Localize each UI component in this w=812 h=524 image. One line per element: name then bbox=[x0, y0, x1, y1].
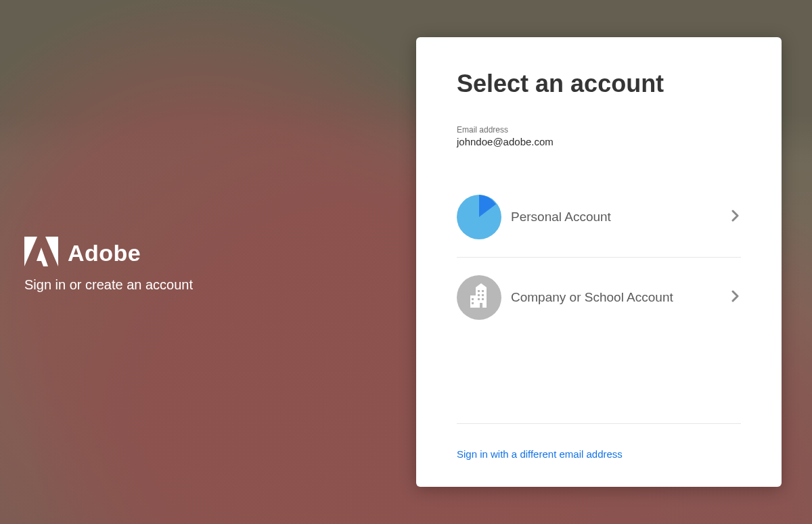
brand-name: Adobe bbox=[68, 240, 141, 266]
svg-rect-9 bbox=[478, 290, 480, 292]
svg-rect-17 bbox=[480, 303, 482, 308]
company-account-label: Company or School Account bbox=[511, 290, 729, 305]
email-label: Email address bbox=[457, 125, 741, 135]
account-select-card: Select an account Email address johndoe@… bbox=[416, 37, 782, 487]
svg-rect-10 bbox=[482, 290, 484, 292]
svg-marker-0 bbox=[24, 237, 37, 266]
svg-rect-13 bbox=[478, 298, 480, 300]
person-icon bbox=[457, 195, 501, 239]
chevron-right-icon bbox=[729, 210, 741, 224]
brand-subtitle: Sign in or create an account bbox=[24, 277, 193, 293]
company-account-option[interactable]: Company or School Account bbox=[457, 258, 741, 337]
svg-marker-1 bbox=[45, 237, 58, 266]
brand-block: Adobe Sign in or create an account bbox=[24, 237, 193, 293]
building-icon bbox=[457, 275, 501, 320]
different-email-link[interactable]: Sign in with a different email address bbox=[457, 448, 741, 460]
svg-rect-11 bbox=[478, 294, 480, 296]
personal-account-option[interactable]: Personal Account bbox=[457, 177, 741, 257]
svg-marker-2 bbox=[37, 247, 48, 266]
svg-rect-7 bbox=[470, 295, 477, 308]
footer-divider bbox=[457, 423, 741, 424]
adobe-logo-icon bbox=[24, 237, 58, 269]
email-value: johndoe@adobe.com bbox=[457, 136, 741, 147]
personal-account-label: Personal Account bbox=[511, 210, 729, 224]
chevron-right-icon bbox=[729, 290, 741, 305]
svg-rect-15 bbox=[472, 298, 474, 300]
svg-rect-12 bbox=[482, 294, 484, 296]
svg-rect-14 bbox=[482, 298, 484, 300]
svg-rect-16 bbox=[472, 302, 474, 304]
card-title: Select an account bbox=[457, 70, 741, 98]
